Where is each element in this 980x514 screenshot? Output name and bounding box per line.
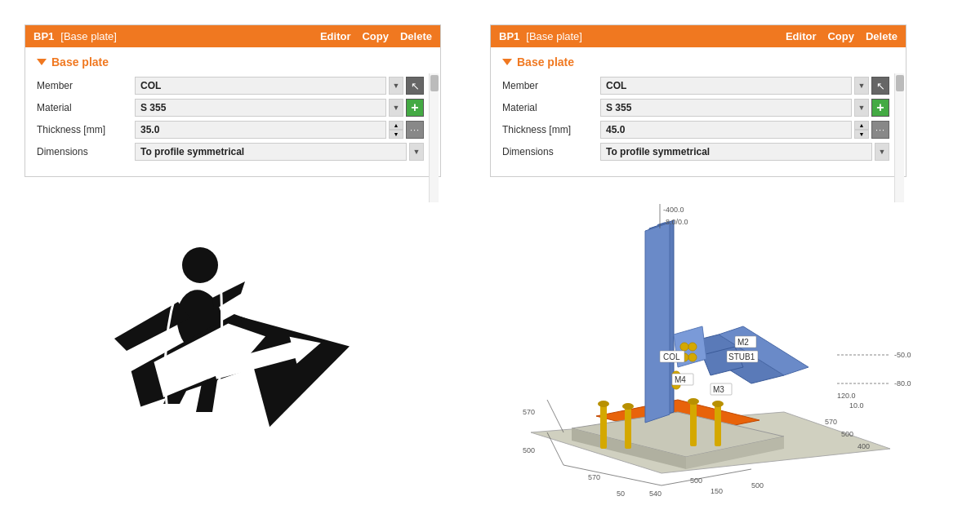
- left-panel-body: Base plate Member COL Material S 3: [25, 47, 440, 176]
- right-panel-actions: Editor Copy Delete: [786, 30, 898, 42]
- m4-label: M4: [675, 375, 686, 384]
- right-material-control: S 355: [600, 99, 889, 117]
- bolt-3: [690, 401, 697, 446]
- left-thickness-control: 35.0 ▲ ▼ ···: [135, 121, 424, 139]
- nut-2: [622, 403, 634, 410]
- right-member-cursor-button[interactable]: [871, 77, 889, 95]
- right-material-dropdown-arrow[interactable]: [854, 99, 869, 117]
- dim-150-text: 150: [710, 487, 723, 495]
- left-dimensions-label: Dimensions: [37, 146, 135, 157]
- dim-right-1-text: -50.0: [894, 351, 911, 359]
- dim-500-2-text: 500: [523, 446, 535, 454]
- right-scroll-thumb[interactable]: [896, 75, 904, 91]
- left-material-label: Material: [37, 102, 135, 113]
- dim-left-1-line: [547, 400, 564, 432]
- right-member-dropdown[interactable]: COL: [600, 77, 852, 95]
- right-delete-button[interactable]: Delete: [866, 30, 898, 42]
- left-member-label: Member: [37, 80, 135, 91]
- left-thickness-up[interactable]: ▲: [389, 121, 403, 130]
- stub1-label: STUB1: [728, 352, 755, 361]
- left-delete-button[interactable]: Delete: [400, 30, 432, 42]
- right-thickness-spinner[interactable]: ▲ ▼: [854, 121, 869, 139]
- left-scrollbar[interactable]: [429, 73, 439, 202]
- right-dimensions-label: Dimensions: [502, 146, 600, 157]
- right-panel-header: BP1 [Base plate] Editor Copy Delete: [491, 25, 906, 47]
- dim-570-2-text: 570: [523, 408, 535, 416]
- dim-500-1-text: 500: [690, 476, 702, 485]
- left-panel: BP1 [Base plate] Editor Copy Delete Base…: [24, 24, 441, 177]
- right-thickness-down[interactable]: ▼: [854, 130, 869, 139]
- left-material-dropdown-arrow[interactable]: [389, 99, 403, 117]
- right-thickness-row: Thickness [mm] 45.0 ▲ ▼ ···: [502, 121, 889, 139]
- left-member-cursor-button[interactable]: [406, 77, 424, 95]
- right-dimensions-dropdown[interactable]: To profile symmetrical: [600, 143, 872, 161]
- left-member-control: COL: [135, 77, 424, 95]
- right-material-label: Material: [502, 102, 600, 113]
- left-dimensions-row: Dimensions To profile symmetrical: [37, 143, 424, 161]
- bolt-1: [600, 404, 607, 449]
- dim-right-4-text: 10.0: [849, 401, 864, 410]
- dim-top-text: -400.0: [663, 206, 684, 214]
- nut-4: [712, 401, 724, 407]
- left-thickness-label: Thickness [mm]: [37, 124, 135, 135]
- right-member-label: Member: [502, 80, 600, 91]
- left-section-header: Base plate: [37, 55, 424, 69]
- dim-right-2-text: -80.0: [894, 379, 911, 388]
- right-dimensions-row: Dimensions To profile symmetrical: [502, 143, 889, 161]
- dim-50-text: 50: [617, 490, 625, 498]
- dim-500-4-text: 500: [751, 481, 764, 490]
- right-thickness-up[interactable]: ▲: [854, 121, 869, 130]
- person-figure-area: [24, 212, 416, 481]
- right-section-header: Base plate: [502, 55, 889, 69]
- right-collapse-icon[interactable]: [502, 59, 512, 65]
- right-thickness-label: Thickness [mm]: [502, 124, 600, 135]
- left-thickness-spinner[interactable]: ▲ ▼: [389, 121, 403, 139]
- left-member-dropdown-arrow[interactable]: [389, 77, 403, 95]
- right-thickness-input[interactable]: 45.0: [600, 121, 852, 139]
- left-member-row: Member COL: [37, 77, 424, 95]
- right-thickness-control: 45.0 ▲ ▼ ···: [600, 121, 889, 139]
- right-panel-name: BP1: [499, 30, 519, 42]
- right-dimensions-dropdown-arrow[interactable]: [875, 143, 889, 161]
- right-panel: BP1 [Base plate] Editor Copy Delete Base…: [490, 24, 906, 177]
- right-thickness-more-button[interactable]: ···: [871, 121, 889, 139]
- left-material-dropdown[interactable]: S 355: [135, 99, 386, 117]
- right-editor-button[interactable]: Editor: [786, 30, 817, 42]
- right-section-title: Base plate: [517, 55, 574, 69]
- left-material-control: S 355: [135, 99, 424, 117]
- left-thickness-down[interactable]: ▼: [389, 130, 403, 139]
- left-editor-button[interactable]: Editor: [320, 30, 351, 42]
- m2-label: M2: [737, 338, 749, 347]
- left-member-dropdown[interactable]: COL: [135, 77, 386, 95]
- left-thickness-more-button[interactable]: ···: [406, 121, 424, 139]
- left-thickness-input[interactable]: 35.0: [135, 121, 386, 139]
- right-scrollbar[interactable]: [894, 73, 904, 202]
- left-scroll-thumb[interactable]: [430, 75, 439, 91]
- bolt-2: [625, 406, 631, 449]
- left-dimensions-dropdown[interactable]: To profile symmetrical: [135, 143, 407, 161]
- conn-bolt-2: [688, 353, 697, 361]
- right-member-control: COL: [600, 77, 889, 95]
- conn-bolt-3: [680, 343, 688, 351]
- left-copy-button[interactable]: Copy: [362, 30, 389, 42]
- left-material-plus-button[interactable]: [406, 99, 424, 117]
- bolt-4: [715, 404, 721, 446]
- left-panel-actions: Editor Copy Delete: [320, 30, 432, 42]
- person-head: [182, 247, 218, 283]
- right-material-dropdown[interactable]: S 355: [600, 99, 852, 117]
- dim-400-text: 400: [858, 442, 870, 450]
- right-material-plus-button[interactable]: [871, 99, 889, 117]
- right-panel-body: Base plate Member COL Material S 3: [491, 47, 906, 176]
- left-collapse-icon[interactable]: [37, 59, 47, 65]
- right-member-row: Member COL: [502, 77, 889, 95]
- right-panel-type: [Base plate]: [526, 30, 582, 42]
- left-dimensions-dropdown-arrow[interactable]: [409, 143, 424, 161]
- person-right-arm: [212, 281, 245, 310]
- right-material-row: Material S 355: [502, 99, 889, 117]
- left-panel-name: BP1: [33, 30, 54, 42]
- right-copy-button[interactable]: Copy: [827, 30, 854, 42]
- viz-area: COL M2 M3 M4 STUB1 -400.0 8.0/0.0 -50.0 …: [482, 196, 956, 498]
- dim-540-text: 540: [649, 490, 662, 498]
- dim-570-3-text: 570: [825, 418, 837, 426]
- right-member-dropdown-arrow[interactable]: [854, 77, 869, 95]
